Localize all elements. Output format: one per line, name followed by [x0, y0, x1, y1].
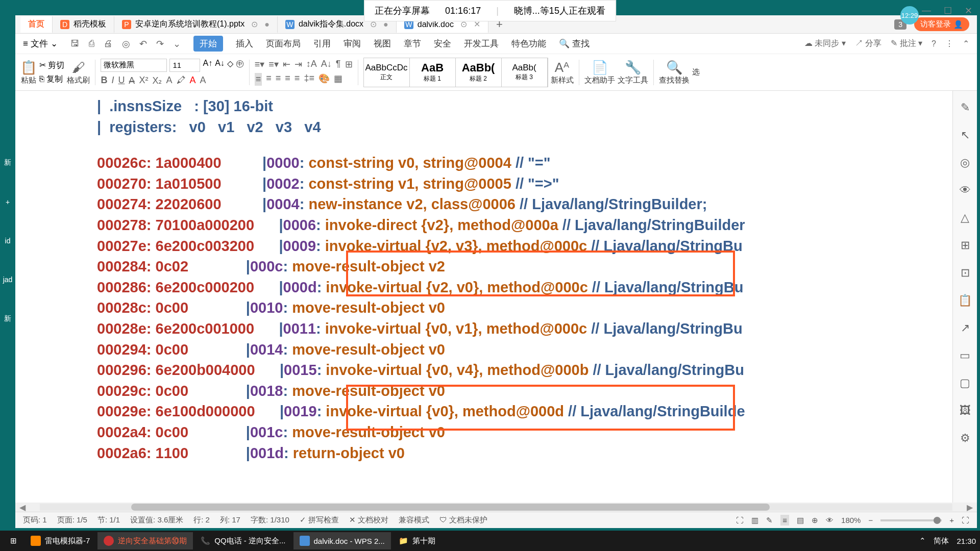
text-effects-button[interactable]: A: [166, 75, 172, 86]
distribute-button[interactable]: ≡: [295, 73, 300, 86]
align-justify-button[interactable]: ≡: [285, 73, 290, 86]
align-left-button[interactable]: ≡: [255, 73, 262, 86]
phonetic-icon[interactable]: ㊥: [236, 59, 244, 72]
zoom-slider[interactable]: [880, 519, 942, 521]
ime-indicator[interactable]: 简体: [934, 536, 949, 546]
menu-review[interactable]: 审阅: [344, 38, 361, 49]
scroll-left-icon[interactable]: ◀: [15, 503, 30, 512]
menu-developer[interactable]: 开发工具: [464, 38, 499, 49]
text-direction-button[interactable]: ↕A: [306, 59, 317, 70]
subscript-button[interactable]: X₂: [152, 75, 162, 86]
chevron-down-icon[interactable]: ⌄: [173, 38, 181, 49]
clear-format-icon[interactable]: ◇: [227, 59, 233, 72]
style-heading3[interactable]: AaBb(标题 3: [502, 58, 548, 87]
desktop-icon[interactable]: 新: [4, 158, 11, 167]
save-icon[interactable]: 🖫: [70, 38, 80, 49]
close-icon[interactable]: ●: [264, 20, 270, 29]
login-button[interactable]: 访客登录 👤: [914, 17, 969, 31]
menu-page-layout[interactable]: 页面布局: [266, 38, 301, 49]
desktop-icon[interactable]: 新: [4, 314, 11, 323]
style-gallery[interactable]: AaBbCcDc正文 AaB标题 1 AaBb(标题 2 AaBb(标题 3: [363, 58, 548, 87]
menu-view[interactable]: 视图: [374, 38, 391, 49]
show-marks-button[interactable]: ¶: [336, 59, 341, 70]
fullscreen-icon[interactable]: ⛶: [736, 516, 744, 524]
menu-security[interactable]: 安全: [434, 38, 451, 49]
spell-check[interactable]: ✓ 拼写检查: [300, 515, 339, 525]
numbering-button[interactable]: ≡▾: [268, 59, 279, 70]
layout-icon[interactable]: ▭: [960, 349, 970, 362]
char-shading-button[interactable]: A: [200, 75, 206, 86]
decrease-font-icon[interactable]: A↓: [215, 59, 225, 72]
cut-button[interactable]: ✂ 剪切: [39, 60, 64, 71]
page-count[interactable]: 页面: 1/5: [57, 515, 87, 525]
minimize-button[interactable]: —: [922, 5, 931, 16]
grid-icon[interactable]: ⊞: [961, 239, 970, 252]
web-view-icon[interactable]: ⊕: [812, 516, 818, 525]
paste-button[interactable]: 📋 粘贴: [20, 60, 37, 85]
style-normal[interactable]: AaBbCcDc正文: [364, 58, 410, 87]
format-painter-button[interactable]: 🖌 格式刷: [67, 60, 90, 85]
triangle-icon[interactable]: △: [961, 211, 969, 224]
edit-view-icon[interactable]: ✎: [766, 516, 773, 525]
text-tools-button[interactable]: 🔧文字工具: [618, 60, 648, 85]
document-tab[interactable]: P 安卓逆向系统培训教程(1).pptx ⊙ ●: [114, 16, 278, 33]
proof-reading[interactable]: ✕ 文档校对: [349, 515, 388, 525]
zoom-in-button[interactable]: +: [949, 516, 954, 524]
desktop-icon[interactable]: id: [5, 237, 11, 245]
settings-icon[interactable]: ⚙: [960, 432, 970, 445]
page-view-icon[interactable]: ≡: [780, 515, 789, 525]
page-number[interactable]: 页码: 1: [23, 515, 47, 525]
collapse-ribbon-icon[interactable]: ⌃: [963, 39, 969, 48]
zoom-level[interactable]: 180%: [841, 516, 861, 524]
preview-icon[interactable]: ◎: [122, 38, 130, 49]
underline-button[interactable]: U: [118, 75, 125, 86]
italic-button[interactable]: I: [111, 75, 114, 86]
cursor-icon[interactable]: ↖: [961, 129, 970, 142]
apps-icon[interactable]: ⊡: [961, 266, 970, 280]
increase-indent-button[interactable]: ⇥: [295, 59, 302, 70]
new-style-button[interactable]: Aᴬ新样式: [551, 60, 574, 85]
document-content[interactable]: | .insnsSize : [30] 16-bit | registers: …: [15, 91, 952, 503]
menu-insert[interactable]: 插入: [236, 38, 253, 49]
align-right-button[interactable]: ≡: [276, 73, 281, 86]
eye-icon[interactable]: 👁: [826, 516, 834, 524]
share-button[interactable]: ↗ 分享: [855, 38, 881, 49]
strikethrough-button[interactable]: A̶: [129, 75, 135, 86]
shading-button[interactable]: 🎨: [318, 73, 330, 86]
increase-font-icon[interactable]: A↑: [203, 59, 212, 72]
decrease-indent-button[interactable]: ⇤: [283, 59, 290, 70]
select-button[interactable]: 选: [692, 67, 700, 77]
sync-status[interactable]: ☁ 未同步 ▾: [804, 38, 846, 49]
table-button[interactable]: ⊞: [345, 59, 353, 70]
taskbar-app-active[interactable]: dalvik.doc - WPS 2...: [293, 532, 391, 549]
borders-button[interactable]: ▦: [334, 73, 342, 86]
more-icon[interactable]: ⋮: [945, 39, 953, 48]
highlight-button[interactable]: 🖍: [177, 75, 186, 86]
section-count[interactable]: 节: 1/1: [97, 515, 120, 525]
copy-button[interactable]: ⎘ 复制: [39, 74, 64, 85]
desktop-icon[interactable]: +: [6, 198, 10, 206]
protection-status[interactable]: 🛡 文档未保护: [439, 515, 487, 525]
search-button[interactable]: 🔍 查找: [559, 38, 590, 49]
template-tab[interactable]: D 稻壳模板: [53, 16, 114, 33]
superscript-button[interactable]: X²: [139, 75, 148, 86]
undo-icon[interactable]: ↶: [139, 38, 147, 49]
char-count[interactable]: 字数: 1/310: [251, 515, 289, 525]
eye-icon[interactable]: 👁: [960, 184, 971, 197]
font-name-select[interactable]: [101, 59, 167, 72]
maximize-button[interactable]: ☐: [944, 5, 952, 16]
pen-icon[interactable]: ✎: [961, 101, 970, 114]
bullets-button[interactable]: ≡▾: [255, 59, 265, 70]
file-menu[interactable]: ≡ 文件 ⌄: [23, 38, 58, 49]
close-button[interactable]: ✕: [965, 5, 972, 16]
pin-icon[interactable]: ⊙: [251, 19, 258, 29]
target-icon[interactable]: ◎: [960, 156, 970, 169]
menu-chapter[interactable]: 章节: [404, 38, 421, 49]
reading-view-icon[interactable]: ▥: [751, 516, 758, 525]
outline-view-icon[interactable]: ▤: [797, 516, 804, 525]
horizontal-scrollbar[interactable]: ◀ ▶: [15, 503, 977, 512]
menu-features[interactable]: 特色功能: [511, 38, 546, 49]
home-tab[interactable]: 首页: [20, 16, 53, 33]
tray-chevron-icon[interactable]: ⌃: [919, 536, 926, 545]
style-heading1[interactable]: AaB标题 1: [410, 58, 456, 87]
